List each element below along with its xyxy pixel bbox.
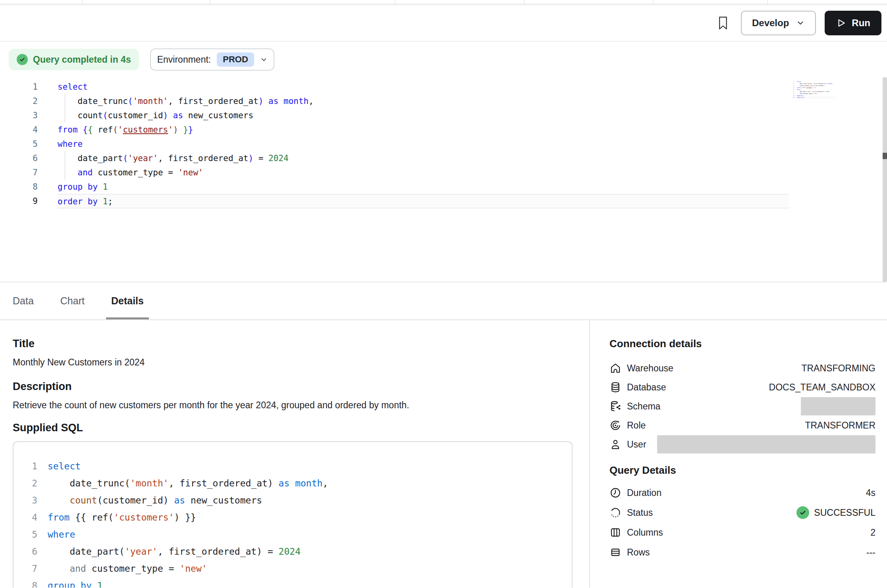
- chevron-down-icon: [260, 56, 268, 63]
- tab-divider: [395, 0, 395, 4]
- sql-editor[interactable]: 1select2 date_trunc('month', first_order…: [0, 77, 887, 282]
- code-line-6: 6 date_part('year', first_ordered_at) = …: [31, 543, 572, 560]
- user-label: User: [627, 439, 646, 450]
- code-text: date_part('year', first_ordered_at) = 20…: [58, 151, 789, 165]
- tab-details-label: Details: [111, 295, 144, 307]
- code-line-9[interactable]: 9order by 1;: [15, 194, 789, 208]
- columns-label: Columns: [627, 527, 663, 538]
- code-line-3[interactable]: 3 count(customer_id) as new_customers: [15, 108, 789, 123]
- tab-divider: [767, 0, 768, 4]
- line-number: 2: [15, 94, 38, 108]
- duration-label: Duration: [627, 488, 661, 498]
- editor-scrollbar[interactable]: [883, 77, 887, 282]
- query-status-pill: Query completed in 4s: [9, 49, 139, 70]
- code-text: and customer_type = 'new': [58, 165, 789, 180]
- indent-guide-line: [65, 165, 65, 180]
- supplied-sql-block: 1select2 date_trunc('month', first_order…: [13, 441, 573, 588]
- code-text: where: [48, 526, 572, 543]
- play-icon: [836, 18, 846, 28]
- code-line-8[interactable]: 8group by 1: [15, 180, 789, 194]
- results-tab-bar: Data Chart Details: [0, 282, 887, 320]
- line-number: 8: [31, 577, 37, 588]
- line-number: 2: [31, 475, 37, 492]
- code-text: group by 1: [58, 180, 789, 194]
- warehouse-value: TRANSFORMING: [801, 363, 875, 374]
- bookmark-icon[interactable]: [717, 16, 729, 30]
- tab-divider: [653, 0, 654, 4]
- code-text: order by 1;: [797, 96, 835, 98]
- line-number: 4: [15, 123, 38, 137]
- duration-value: 4s: [866, 488, 875, 498]
- title-value: Monthly New Customers in 2024: [13, 357, 573, 368]
- row-columns: Columns 2: [609, 523, 875, 542]
- connection-details-heading: Connection details: [609, 338, 875, 350]
- code-line-7[interactable]: 7 and customer_type = 'new': [15, 165, 789, 180]
- line-number: 4: [31, 509, 37, 526]
- code-line-5[interactable]: 5where: [15, 137, 789, 151]
- code-text: where: [58, 137, 789, 151]
- line-number: 3: [15, 108, 38, 123]
- columns-icon: [609, 527, 621, 538]
- develop-label: Develop: [752, 17, 789, 29]
- row-schema: Schema: [609, 397, 875, 416]
- code-text: order by 1;: [58, 194, 789, 208]
- line-number: 5: [15, 137, 38, 151]
- query-status-text: Query completed in 4s: [33, 54, 131, 65]
- warehouse-icon: [609, 362, 621, 374]
- line-number: 6: [15, 151, 38, 165]
- details-side-column: Connection details Warehouse TRANSFORMIN…: [589, 320, 887, 588]
- user-value-redacted: [657, 435, 875, 453]
- database-label: Database: [627, 382, 666, 393]
- line-number: 7: [31, 560, 37, 577]
- supplied-sql-code: 1select2 date_trunc('month', first_order…: [31, 458, 572, 588]
- schema-label: Schema: [627, 401, 660, 412]
- code-line-4: 4from {{ ref('customers') }}: [31, 509, 572, 526]
- tab-chart[interactable]: Chart: [60, 282, 85, 319]
- minimap-code: 1select2 date_trunc('month', first_order…: [791, 81, 835, 98]
- code-line-6[interactable]: 6 date_part('year', first_ordered_at) = …: [15, 151, 789, 165]
- clock-icon: [609, 487, 621, 499]
- tab-details[interactable]: Details: [111, 282, 144, 319]
- code-text: and customer_type = 'new': [48, 560, 572, 577]
- role-value: TRANSFORMER: [805, 420, 875, 431]
- code-line-1[interactable]: 1select: [15, 80, 789, 94]
- environment-label: Environment:: [157, 54, 211, 65]
- rows-label: Rows: [627, 547, 650, 558]
- row-warehouse: Warehouse TRANSFORMING: [609, 359, 875, 378]
- details-panel: Title Monthly New Customers in 2024 Desc…: [0, 320, 887, 588]
- environment-dropdown[interactable]: Environment: PROD: [150, 48, 274, 71]
- rows-icon: [609, 546, 621, 558]
- code-line-2[interactable]: 2 date_trunc('month', first_ordered_at) …: [15, 94, 789, 108]
- code-text: from {{ ref('customers') }}: [58, 123, 789, 137]
- editor-code-area: 1select2 date_trunc('month', first_order…: [15, 80, 789, 208]
- environment-badge: PROD: [217, 52, 254, 67]
- indent-guide-line: [65, 94, 65, 108]
- code-line-1: 1select: [31, 458, 572, 475]
- status-label: Status: [627, 507, 653, 518]
- code-line-8: 8group by 1: [31, 577, 572, 588]
- editor-minimap[interactable]: 1select2 date_trunc('month', first_order…: [791, 81, 835, 103]
- code-line-4[interactable]: 4from {{ ref('customers') }}: [15, 123, 789, 137]
- query-details-heading: Query Details: [609, 464, 875, 477]
- code-text: group by 1: [48, 577, 572, 588]
- tab-data[interactable]: Data: [13, 282, 34, 319]
- line-number: 5: [31, 526, 37, 543]
- code-text: count(customer_id) as new_customers: [58, 108, 789, 123]
- line-number: 1: [15, 80, 38, 94]
- line-number: 9: [791, 96, 794, 98]
- code-text: count(customer_id) as new_customers: [48, 492, 572, 509]
- code-line-9: 9order by 1;: [791, 96, 835, 98]
- status-text: SUCCESSFUL: [814, 507, 875, 518]
- role-icon: [609, 419, 621, 431]
- line-number: 3: [31, 492, 37, 509]
- editor-scrollbar-thumb[interactable]: [883, 153, 887, 159]
- database-value: DOCS_TEAM_SANDBOX: [769, 382, 875, 393]
- line-number: 9: [15, 194, 38, 208]
- run-button[interactable]: Run: [825, 11, 881, 35]
- schema-value-redacted: [801, 397, 875, 415]
- code-line-7: 7 and customer_type = 'new': [31, 560, 572, 577]
- develop-button[interactable]: Develop: [741, 11, 816, 35]
- code-text: from {{ ref('customers') }}: [48, 509, 572, 526]
- details-main-column: Title Monthly New Customers in 2024 Desc…: [0, 320, 589, 588]
- run-label: Run: [852, 17, 870, 29]
